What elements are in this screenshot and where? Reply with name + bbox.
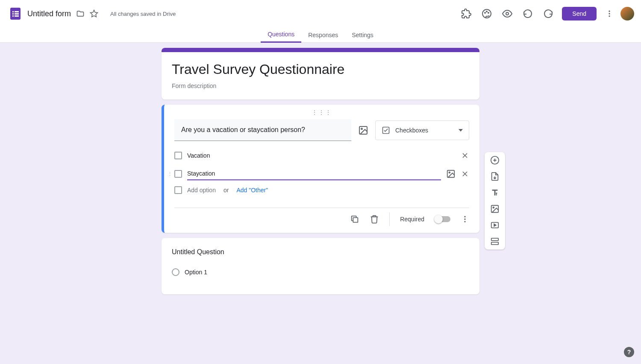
svg-rect-5 <box>12 15 14 17</box>
preview-icon[interactable] <box>502 9 512 19</box>
divider <box>389 212 390 226</box>
form-title-input[interactable]: Travel Survey Questionnaire <box>172 62 469 77</box>
svg-rect-2 <box>15 11 19 12</box>
option-row: ⋮⋮ Staycation <box>174 167 469 180</box>
import-questions-icon[interactable] <box>490 172 500 181</box>
svg-rect-29 <box>491 238 499 241</box>
more-menu-icon[interactable] <box>605 9 614 18</box>
form-name-input[interactable]: Untitled form <box>27 9 71 18</box>
svg-rect-1 <box>12 11 14 12</box>
required-toggle[interactable] <box>435 216 450 222</box>
question-type-select[interactable]: Checkboxes <box>375 120 469 140</box>
undo-icon[interactable] <box>523 9 533 19</box>
palette-icon[interactable] <box>482 9 492 19</box>
required-label: Required <box>400 216 424 223</box>
question-footer: Required <box>174 208 469 230</box>
option-image-icon[interactable] <box>446 169 456 179</box>
user-avatar[interactable] <box>620 7 634 21</box>
remove-option-icon[interactable] <box>461 170 469 178</box>
svg-point-22 <box>464 216 465 217</box>
tab-responses[interactable]: Responses <box>301 27 345 43</box>
drag-handle-icon[interactable]: ⋮⋮ <box>168 171 177 177</box>
svg-rect-4 <box>15 13 19 15</box>
svg-point-13 <box>609 11 610 12</box>
svg-point-27 <box>493 207 494 208</box>
add-other-button[interactable]: Add "Other" <box>236 187 268 194</box>
svg-point-14 <box>609 13 610 14</box>
svg-rect-6 <box>15 15 19 17</box>
tabs-bar: Questions Responses Settings <box>0 27 641 43</box>
forms-logo[interactable] <box>7 5 24 22</box>
add-option-row: Add option or Add "Other" <box>174 186 469 194</box>
drag-handle-icon[interactable]: ⋮⋮⋮ <box>174 109 469 116</box>
star-icon[interactable] <box>90 9 98 18</box>
svg-point-17 <box>361 128 362 129</box>
chevron-down-icon <box>459 129 463 132</box>
tab-settings[interactable]: Settings <box>345 27 380 43</box>
tab-questions[interactable]: Questions <box>261 27 301 43</box>
checkbox-icon <box>174 152 182 159</box>
title-card[interactable]: Travel Survey Questionnaire Form descrip… <box>162 48 479 100</box>
add-video-icon[interactable] <box>490 220 500 230</box>
question-text-input[interactable] <box>174 119 351 141</box>
question-type-label: Checkboxes <box>395 127 428 134</box>
svg-point-10 <box>486 11 487 12</box>
add-question-icon[interactable] <box>490 156 500 165</box>
option-row: Option 1 <box>172 266 469 278</box>
svg-rect-21 <box>353 217 358 222</box>
question-card-active[interactable]: ⋮⋮⋮ Checkboxes Vacation <box>162 105 479 233</box>
delete-icon[interactable] <box>370 214 379 224</box>
help-button[interactable]: ? <box>624 347 634 357</box>
svg-marker-7 <box>91 10 98 17</box>
svg-point-15 <box>609 15 610 17</box>
form-description-input[interactable]: Form description <box>172 82 469 89</box>
add-section-icon[interactable] <box>490 237 500 246</box>
save-status: All changes saved in Drive <box>110 11 176 17</box>
header-icons <box>461 9 553 19</box>
duplicate-icon[interactable] <box>350 214 359 224</box>
svg-point-23 <box>464 218 465 220</box>
add-image-icon[interactable] <box>358 125 368 135</box>
question-more-icon[interactable] <box>461 215 469 223</box>
side-toolbar <box>485 152 505 250</box>
add-image-icon[interactable] <box>490 204 500 214</box>
svg-point-24 <box>464 221 465 222</box>
option-row: Vacation <box>174 150 469 161</box>
or-text: or <box>223 187 229 194</box>
option-text-input[interactable]: Vacation <box>187 150 456 161</box>
send-button[interactable]: Send <box>562 7 597 21</box>
svg-rect-3 <box>12 13 14 15</box>
svg-point-9 <box>485 12 485 13</box>
add-option-button[interactable]: Add option <box>187 187 216 194</box>
move-to-folder-icon[interactable] <box>76 9 85 18</box>
remove-option-icon[interactable] <box>461 151 469 160</box>
option-text-input[interactable]: Staycation <box>187 167 441 180</box>
question-title[interactable]: Untitled Question <box>172 248 469 256</box>
svg-point-11 <box>488 12 489 13</box>
header-bar: Untitled form All changes saved in Drive… <box>0 0 641 27</box>
svg-point-20 <box>449 172 450 173</box>
redo-icon[interactable] <box>543 9 553 19</box>
radio-icon <box>172 268 179 276</box>
question-card-inactive[interactable]: Untitled Question Option 1 <box>162 238 479 294</box>
add-title-icon[interactable] <box>490 188 500 197</box>
svg-rect-30 <box>491 242 499 245</box>
checkbox-icon <box>174 186 182 194</box>
workspace: Travel Survey Questionnaire Form descrip… <box>0 43 641 364</box>
svg-point-12 <box>506 12 509 15</box>
option-text: Option 1 <box>185 266 469 278</box>
addons-icon[interactable] <box>461 9 471 19</box>
